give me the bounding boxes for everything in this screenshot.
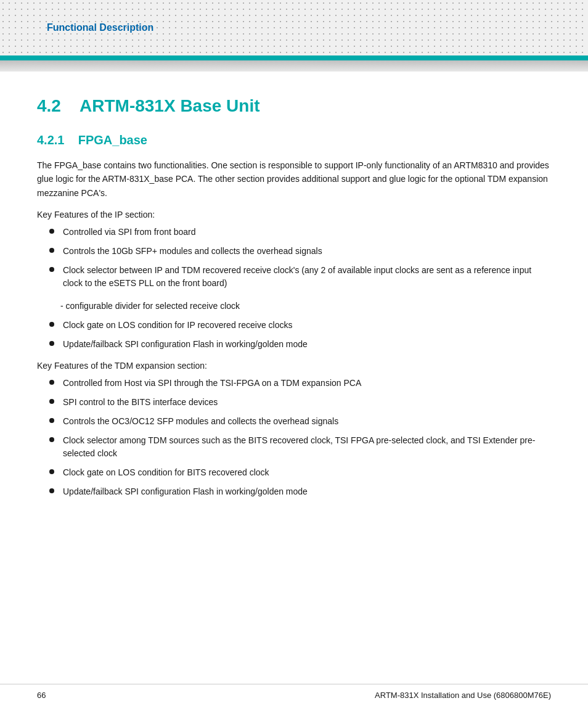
- list-item: Clock gate on LOS condition for IP recov…: [49, 319, 551, 332]
- bullet-dot: [49, 488, 54, 493]
- main-content: 4.2 ARTM-831X Base Unit 4.2.1 FPGA_base …: [0, 72, 588, 545]
- list-item: Controlled via SPI from front board: [49, 226, 551, 239]
- list-item: SPI control to the BITS interface device…: [49, 396, 551, 409]
- subsection-heading: 4.2.1 FPGA_base: [37, 133, 551, 147]
- header: Functional Description: [0, 0, 588, 55]
- bullet-dot: [49, 469, 54, 474]
- footer-page-number: 66: [37, 691, 46, 700]
- list-item: Update/failback SPI configuration Flash …: [49, 485, 551, 498]
- bullet-dot: [49, 322, 54, 327]
- footer-document-title: ARTM-831X Installation and Use (6806800M…: [375, 691, 551, 700]
- bullet-text: Controlled from Host via SPI through the…: [63, 377, 551, 390]
- ip-bullet-list-2: Clock gate on LOS condition for IP recov…: [37, 319, 551, 351]
- list-item: Clock selector between IP and TDM recove…: [49, 264, 551, 290]
- sub-indent-text: - configurable divider for selected rece…: [37, 300, 551, 313]
- bullet-dot: [49, 267, 54, 272]
- bullet-dot: [49, 437, 54, 442]
- footer: 66 ARTM-831X Installation and Use (68068…: [0, 684, 588, 706]
- intro-paragraph: The FPGA_base contains two functionaliti…: [37, 158, 551, 200]
- bullet-text: Controlled via SPI from front board: [63, 226, 551, 239]
- bullet-text: Clock gate on LOS condition for IP recov…: [63, 319, 551, 332]
- header-title: Functional Description: [47, 22, 153, 33]
- teal-accent-bar: [0, 55, 588, 60]
- list-item: Controls the OC3/OC12 SFP modules and co…: [49, 415, 551, 428]
- list-item: Update/failback SPI configuration Flash …: [49, 338, 551, 351]
- bullet-text: Clock gate on LOS condition for BITS rec…: [63, 466, 551, 479]
- bullet-dot: [49, 418, 54, 423]
- bullet-dot: [49, 380, 54, 385]
- bullet-text: Update/failback SPI configuration Flash …: [63, 338, 551, 351]
- bullet-text: SPI control to the BITS interface device…: [63, 396, 551, 409]
- header-title-bar: Functional Description: [0, 0, 588, 55]
- tdm-features-label: Key Features of the TDM expansion sectio…: [37, 361, 551, 371]
- bullet-text: Controls the OC3/OC12 SFP modules and co…: [63, 415, 551, 428]
- bullet-text: Update/failback SPI configuration Flash …: [63, 485, 551, 498]
- bullet-dot: [49, 229, 54, 234]
- list-item: Clock selector among TDM sources such as…: [49, 434, 551, 460]
- bullet-dot: [49, 248, 54, 253]
- list-item: Clock gate on LOS condition for BITS rec…: [49, 466, 551, 479]
- ip-features-label: Key Features of the IP section:: [37, 210, 551, 220]
- section-heading: 4.2 ARTM-831X Base Unit: [37, 96, 551, 116]
- ip-bullet-list: Controlled via SPI from front board Cont…: [37, 226, 551, 290]
- list-item: Controls the 10Gb SFP+ modules and colle…: [49, 245, 551, 258]
- bullet-dot: [49, 341, 54, 346]
- bullet-text: Controls the 10Gb SFP+ modules and colle…: [63, 245, 551, 258]
- list-item: Controlled from Host via SPI through the…: [49, 377, 551, 390]
- bullet-dot: [49, 399, 54, 404]
- bullet-text: Clock selector between IP and TDM recove…: [63, 264, 551, 290]
- gray-gradient-bar: [0, 60, 588, 72]
- bullet-text: Clock selector among TDM sources such as…: [63, 434, 551, 460]
- tdm-bullet-list: Controlled from Host via SPI through the…: [37, 377, 551, 498]
